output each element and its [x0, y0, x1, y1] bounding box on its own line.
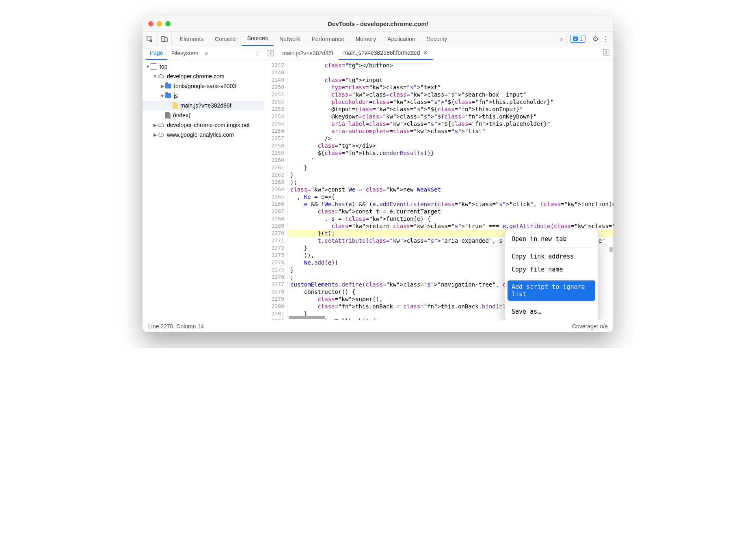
twisty-icon[interactable]: ▶: [160, 84, 165, 89]
twisty-icon[interactable]: ▶: [152, 123, 158, 128]
panel-tab-sources[interactable]: Sources: [242, 32, 274, 46]
titlebar: DevTools - developer.chrome.com/: [143, 16, 613, 32]
close-tab-icon[interactable]: ✕: [423, 50, 428, 56]
editor-tab[interactable]: main.js?v=e382d86f: [277, 46, 339, 60]
tree-row[interactable]: ▼top: [143, 62, 264, 71]
device-toolbar-icon[interactable]: [157, 32, 172, 46]
svg-rect-8: [603, 50, 609, 55]
code-line[interactable]: }: [290, 245, 307, 251]
twisty-icon[interactable]: ▼: [152, 74, 158, 79]
code-line[interactable]: );: [290, 179, 297, 185]
tree-row[interactable]: ▶fonts/google-sans-v2003: [143, 81, 264, 91]
editor-tab-label: main.js?v=e382d86f:formatted: [343, 50, 420, 56]
line-gutter: 2247224822492250225122522253225422552256…: [264, 60, 288, 320]
tree-label: js: [174, 93, 178, 99]
main-body: ▼top▼developer.chrome.com▶fonts/google-s…: [143, 60, 613, 320]
code-line[interactable]: class="kw">super(),: [290, 296, 383, 302]
more-panels-icon[interactable]: »: [560, 36, 563, 42]
code-line[interactable]: aria-label=class="kw">class="s">"${class…: [290, 121, 551, 127]
horizontal-scrollbar-thumb[interactable]: [289, 316, 325, 319]
code-line[interactable]: , s = !class="kw">function(e) {: [290, 215, 431, 222]
code-line[interactable]: class="tg"><input: [290, 77, 383, 83]
panel-tab-network[interactable]: Network: [274, 32, 306, 46]
code-line[interactable]: )),: [290, 252, 314, 259]
code-line[interactable]: aria-autocomplete=class="kw">class="s">"…: [290, 128, 486, 134]
code-line[interactable]: constructor() {: [290, 289, 355, 295]
doc-icon: [165, 112, 171, 119]
code-line[interactable]: }: [290, 172, 294, 178]
panel-tab-security[interactable]: Security: [421, 32, 453, 46]
context-menu-item[interactable]: Copy link address: [505, 250, 598, 263]
inspect-element-icon[interactable]: [143, 32, 157, 46]
tree-label: (index): [173, 112, 190, 119]
more-nav-tabs-icon[interactable]: »: [205, 50, 208, 56]
panel-tab-memory[interactable]: Memory: [350, 32, 382, 46]
code-line[interactable]: type=class="kw">class="s">"text": [290, 84, 441, 90]
navigate-back-icon[interactable]: [264, 50, 277, 56]
menu-separator: [508, 303, 594, 303]
nav-tab-page[interactable]: Page: [146, 46, 167, 60]
code-line[interactable]: `: [290, 157, 314, 164]
file-icon: [173, 102, 178, 109]
twisty-icon[interactable]: ▶: [152, 132, 158, 138]
issues-badge[interactable]: 1: [570, 35, 585, 43]
navigator-tabs: PageFilesystem » ⋮: [143, 46, 264, 60]
panel-tab-performance[interactable]: Performance: [306, 32, 350, 46]
nav-tab-filesystem[interactable]: Filesystem: [167, 46, 203, 60]
tree-label: fonts/google-sans-v2003: [174, 83, 236, 89]
tree-row[interactable]: main.js?v=e382d86f: [143, 101, 264, 110]
menu-separator: [508, 278, 594, 278]
tree-label: developer.chrome.com: [167, 73, 225, 80]
code-line[interactable]: placeholder=class="kw">class="s">"${clas…: [290, 99, 554, 105]
editor-tab-label: main.js?v=e382d86f: [282, 50, 333, 56]
code-line[interactable]: class="kw">const We = class="kw">new Wea…: [290, 186, 441, 193]
code-line[interactable]: We.add(e)): [290, 259, 338, 266]
editor-tab[interactable]: main.js?v=e382d86f:formatted✕: [339, 46, 434, 60]
code-line[interactable]: }: [290, 267, 294, 273]
tree-row[interactable]: ▶www.google-analytics.com: [143, 130, 264, 140]
twisty-icon[interactable]: ▼: [145, 64, 151, 69]
code-line[interactable]: />: [290, 135, 331, 142]
context-menu-item[interactable]: Save as…: [505, 305, 598, 318]
tree-row[interactable]: ▼js: [143, 91, 264, 101]
code-line[interactable]: ${class="fn">this.renderResults()}: [290, 150, 434, 156]
code-line[interactable]: class="kw">const t = e.currentTarget: [290, 208, 441, 215]
context-menu-item[interactable]: Open in new tab: [505, 233, 598, 246]
context-menu-item[interactable]: Add script to ignore list: [508, 280, 595, 301]
code-line[interactable]: }: [290, 164, 307, 171]
code-line[interactable]: class="tg"></div>: [290, 142, 376, 149]
context-menu-item[interactable]: Copy file name: [505, 263, 598, 276]
panel-tab-console[interactable]: Console: [209, 32, 241, 46]
cursor-position: Line 2270, Column 14: [148, 323, 204, 330]
folder-icon: [165, 84, 171, 88]
settings-gear-icon[interactable]: ⚙: [592, 34, 599, 43]
navigator-menu-icon[interactable]: ⋮: [254, 50, 264, 56]
menu-separator: [508, 248, 594, 248]
svg-rect-2: [164, 38, 167, 42]
tree-row[interactable]: (index): [143, 110, 264, 120]
sub-toolbar: PageFilesystem » ⋮ main.js?v=e382d86fmai…: [143, 46, 613, 60]
code-line[interactable]: class="kw">return class="kw">class="s">"…: [290, 223, 613, 229]
folder-icon: [165, 93, 171, 98]
tree-row[interactable]: ▶developer-chrome-com.imgix.net: [143, 120, 264, 130]
kebab-menu-icon[interactable]: ⋮: [602, 34, 609, 43]
twisty-icon[interactable]: ▼: [160, 93, 165, 98]
file-tree[interactable]: ▼top▼developer.chrome.com▶fonts/google-s…: [143, 60, 264, 320]
code-line[interactable]: ;: [290, 274, 294, 280]
code-line[interactable]: , Ke = e=>{: [290, 194, 335, 200]
status-bar: Line 2270, Column 14 Coverage: n/a: [143, 320, 613, 332]
vertical-scrollbar-thumb[interactable]: [609, 247, 613, 252]
code-line[interactable]: @input=class="kw">class="s">"${class="fn…: [290, 106, 523, 112]
navigate-forward-icon[interactable]: [603, 49, 613, 57]
code-line[interactable]: e && !We.has(e) && (e.addEventListener(c…: [290, 201, 613, 207]
code-line[interactable]: class="tg"></button>: [290, 62, 393, 69]
frame-icon: [151, 63, 157, 70]
context-menu: Open in new tabCopy link addressCopy fil…: [505, 229, 598, 320]
svg-rect-5: [574, 39, 577, 39]
panel-tab-application[interactable]: Application: [382, 32, 421, 46]
tree-row[interactable]: ▼developer.chrome.com: [143, 71, 264, 81]
code-line[interactable]: @keydown=class="kw">class="s">"${class="…: [290, 113, 537, 120]
panel-tab-elements[interactable]: Elements: [174, 32, 209, 46]
code-line[interactable]: class="kw">class=class="kw">class="s">"s…: [290, 91, 527, 98]
code-editor[interactable]: 2247224822492250225122522253225422552256…: [264, 60, 613, 320]
